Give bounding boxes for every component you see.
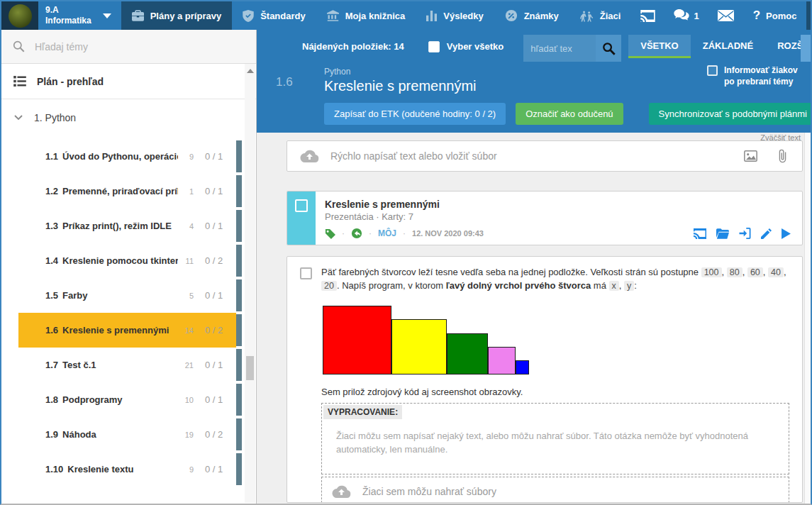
topic-progress: 0 / 2 (205, 429, 230, 440)
menu-standards[interactable]: Štandardy (232, 1, 316, 30)
upload-box[interactable]: Žiaci sem môžu nahrať súbory (321, 477, 789, 503)
quick-write-card[interactable]: Rýchlo napísať text alebo vložiť súbor (287, 140, 803, 172)
question-card[interactable]: Päť farebných štvorcov leží tesne vedľa … (287, 256, 803, 503)
class-selector[interactable]: 9.A Informatika (1, 1, 121, 30)
content-scrollbar[interactable] (804, 133, 811, 504)
topic-number: 1.3 (45, 221, 58, 231)
topic-number: 1.2 (45, 186, 58, 196)
presentation-card[interactable]: Kreslenie s premennými Prezentácia · Kar… (287, 191, 803, 245)
tab-basic[interactable]: ZÁKLADNÉ (691, 35, 766, 58)
attach-note: Sem prilož zdrojový kód aj screenshot ob… (321, 387, 789, 397)
class-name: 9.A Informatika (45, 5, 91, 26)
select-all-control: Vyber všetko (428, 35, 504, 58)
presentation-date: 12. NOV 2020 09:43 (412, 229, 484, 238)
menu-results[interactable]: Výsledky (416, 1, 494, 30)
quick-write-placeholder[interactable]: Rýchlo napísať text alebo vložiť súbor (330, 150, 744, 162)
topic-title: Príkaz print(), režim IDLE (62, 221, 178, 231)
sidebar-topic-item[interactable]: 1.10 Kreslenie textu 9 0 / 1 (1, 452, 256, 487)
topic-header: Nájdených položiek: 14 Vyber všetko VŠET… (257, 30, 811, 133)
avatar-zone (1, 1, 38, 30)
cloud-upload-icon (332, 484, 351, 499)
play-icon[interactable] (782, 228, 791, 239)
topic-number: 1.7 (45, 360, 58, 370)
scroll-up-arrow-icon[interactable] (247, 69, 254, 73)
sidebar-topic-item[interactable]: 1.9 Náhoda 19 0 / 2 (1, 417, 256, 452)
owner-badge[interactable]: MÔJ (378, 228, 396, 238)
select-all-label: Vyber všetko (447, 41, 504, 52)
sidebar-topic-item[interactable]: 1.1 Úvod do Pythonu, operácie 9 0 / 1 (1, 139, 256, 174)
topic-material-count: 4 (178, 222, 194, 231)
topic-list: 1.1 Úvod do Pythonu, operácie 9 0 / 1 1.… (1, 136, 256, 504)
materials-area: Zväčšiť text Rýchlo napísať text alebo v… (257, 133, 811, 504)
folder-icon[interactable] (716, 228, 729, 239)
topic-progress: 0 / 2 (205, 255, 230, 266)
plan-overview-item[interactable]: Plán - prehľad (1, 64, 256, 99)
user-menu[interactable]: Ste prihlásený ako John Williams (806, 1, 812, 30)
sidebar-topic-item[interactable]: 1.6 Kreslenie s premennými 14 0 / 2 (1, 313, 256, 348)
share-icon[interactable] (351, 228, 362, 239)
library-icon (327, 10, 339, 21)
menu-library[interactable]: Moja knižnica (316, 1, 416, 30)
sidebar-scrollbar[interactable] (245, 64, 255, 503)
presentation-checkbox[interactable] (295, 199, 308, 212)
image-icon[interactable] (744, 150, 757, 162)
top-navigation-bar: 9.A Informatika Plány a prípravy Štandar… (1, 1, 811, 30)
topic-title: Premenné, priraďovací príkaz (62, 186, 178, 196)
header-toolbar: Nájdených položiek: 14 Vyber všetko VŠET… (257, 30, 811, 58)
quick-attach-icons (744, 149, 786, 163)
pencil-icon[interactable] (761, 228, 772, 239)
sidebar-topic-item[interactable]: 1.7 Test č.1 21 0 / 1 (1, 348, 256, 382)
sidebar-topic-item[interactable]: 1.4 Kreslenie pomocou tkinter 11 0 / 2 (1, 243, 256, 278)
chapter-python[interactable]: 1. Python (1, 99, 256, 136)
header-search (523, 35, 621, 58)
tag-icon[interactable] (325, 228, 335, 239)
inform-students-control: Informovať žiakov po prebraní témy (707, 65, 803, 87)
topic-material-count: 5 (178, 292, 194, 300)
open-in-icon[interactable] (739, 228, 751, 239)
sidebar-search-row (1, 30, 256, 64)
topic-material-count: 19 (178, 431, 194, 439)
chat-button[interactable]: 1 (664, 1, 708, 30)
search-button[interactable] (596, 35, 621, 62)
sidebar-topic-item[interactable]: 1.3 Príkaz print(), režim IDLE 4 0 / 1 (1, 209, 256, 243)
topic-progress-bar (236, 210, 242, 242)
cast-button[interactable] (631, 1, 664, 30)
inform-students-checkbox[interactable] (707, 65, 718, 76)
topic-progress: 0 / 1 (205, 221, 230, 231)
resize-text-link[interactable]: Zväčšiť text (760, 133, 801, 140)
topic-material-count: 21 (178, 361, 194, 370)
topic-progress: 0 / 1 (205, 360, 230, 370)
chapter-label: 1. Python (34, 112, 76, 123)
presentation-meta: · · MÔJ · 12. NOV 2020 09:43 (325, 228, 791, 239)
menu-plans[interactable]: Plány a prípravy (121, 1, 232, 30)
topic-number: 1.10 (45, 464, 63, 475)
menu-grades[interactable]: Známky (494, 1, 569, 30)
cast-icon (640, 10, 655, 22)
paperclip-icon[interactable] (779, 149, 786, 163)
tab-all[interactable]: VŠETKO (628, 35, 690, 58)
help-button[interactable]: ? Pomoc (743, 9, 807, 23)
material-search-input[interactable] (523, 35, 596, 62)
write-to-etk-button[interactable]: Zapísať do ETK (odučené hodiny: 0 / 2) (324, 103, 506, 125)
sidebar-topic-item[interactable]: 1.8 Podprogramy 10 0 / 1 (1, 382, 256, 417)
answer-label: VYPRACOVANIE: (323, 405, 402, 419)
chat-icon (674, 9, 689, 22)
presentation-type-strip (287, 192, 316, 245)
filter-button[interactable] (801, 35, 811, 62)
scrollbar-thumb[interactable] (246, 356, 254, 380)
topic-material-count: 9 (178, 465, 194, 474)
sidebar-topic-item[interactable]: 1.2 Premenné, priraďovací príkaz 1 0 / 1 (1, 174, 256, 209)
cast-icon[interactable] (694, 228, 706, 239)
select-all-checkbox[interactable] (428, 41, 440, 52)
sync-plans-button[interactable]: Synchronizovať s podobnými plánmi (649, 103, 811, 125)
menu-students[interactable]: Žiaci (569, 1, 632, 30)
topic-progress: 0 / 1 (205, 151, 230, 162)
topic-search-input[interactable] (35, 41, 212, 52)
topic-category: Python (324, 67, 350, 77)
answer-placeholder: Žiaci môžu sem napísať nejaký text, aleb… (322, 419, 789, 474)
mail-button[interactable] (708, 1, 743, 30)
sidebar-topic-item[interactable]: 1.5 Farby 5 0 / 1 (1, 278, 256, 313)
mark-taught-button[interactable]: Označiť ako odučenú (516, 103, 623, 125)
square-2 (447, 333, 488, 374)
question-checkbox[interactable] (300, 267, 312, 279)
